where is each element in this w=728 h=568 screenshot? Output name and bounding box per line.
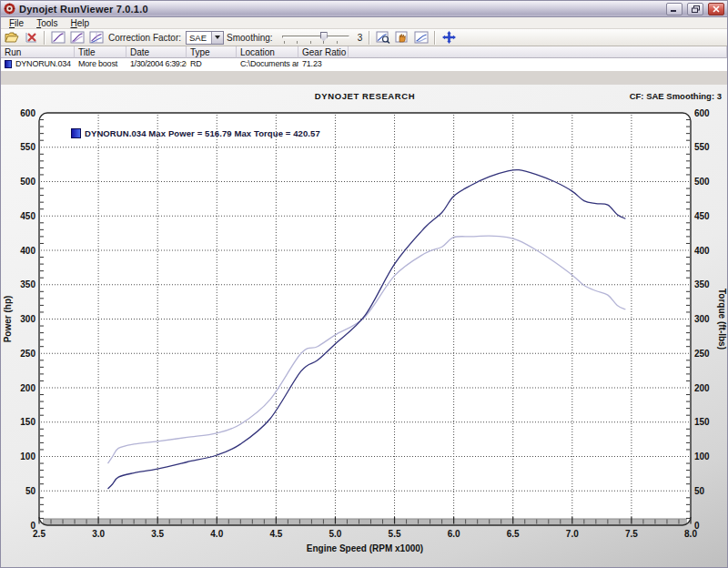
svg-text:150: 150 — [20, 417, 35, 427]
svg-text:8.0: 8.0 — [684, 529, 697, 539]
chart-legend: DYNORUN.034 Max Power = 516.79 Max Torqu… — [71, 128, 320, 138]
column-header-date[interactable]: Date — [126, 46, 187, 58]
move-graph-button[interactable] — [440, 30, 458, 46]
gear-ratio-cell: 71.23 — [298, 58, 349, 69]
delete-run-icon — [25, 31, 38, 44]
minimize-button[interactable] — [666, 3, 682, 15]
svg-text:600: 600 — [20, 108, 35, 118]
app-window: Dynojet RunViewer 7.0.1.0 File Tools Hel… — [0, 0, 728, 568]
toolbar-separator — [44, 31, 46, 45]
app-icon — [4, 3, 15, 15]
run-list: Run Title Date Type Location Gear Ratio … — [1, 46, 727, 71]
svg-text:250: 250 — [694, 349, 710, 359]
menu-help[interactable]: Help — [64, 18, 96, 28]
smoothing-label: Smoothing: — [225, 33, 277, 43]
svg-text:6.5: 6.5 — [507, 529, 520, 539]
title-bar: Dynojet RunViewer 7.0.1.0 — [1, 1, 727, 17]
open-run-button[interactable] — [3, 30, 21, 46]
restore-icon — [692, 5, 700, 13]
column-header-type[interactable]: Type — [187, 46, 237, 58]
spacer — [1, 71, 727, 85]
menu-file[interactable]: File — [3, 18, 30, 28]
svg-text:50: 50 — [694, 486, 705, 496]
svg-text:600: 600 — [694, 108, 710, 118]
location-cell: C:\Documents and — [237, 58, 298, 69]
graph-multi-icon — [89, 31, 104, 44]
svg-text:200: 200 — [694, 383, 710, 393]
column-header-run[interactable]: Run — [1, 46, 75, 58]
svg-text:300: 300 — [694, 314, 710, 324]
date-cell: 1/30/2004 6:39:26 P — [126, 58, 187, 69]
svg-text:Power (hp): Power (hp) — [3, 296, 13, 343]
correction-factor-select[interactable]: SAE — [186, 31, 224, 45]
close-button[interactable] — [708, 3, 724, 15]
svg-text:200: 200 — [20, 383, 35, 393]
svg-text:450: 450 — [20, 211, 35, 221]
column-header-location[interactable]: Location — [237, 46, 298, 58]
delete-run-button[interactable] — [22, 30, 40, 46]
run-list-header: Run Title Date Type Location Gear Ratio — [1, 46, 727, 58]
open-folder-icon — [5, 31, 19, 44]
column-header-gear-ratio[interactable]: Gear Ratio — [298, 46, 349, 58]
graph-single-icon — [51, 31, 66, 44]
run-color-swatch — [5, 60, 12, 68]
smoothing-value: 3 — [355, 33, 366, 43]
move-crosshair-icon — [442, 31, 456, 44]
pan-graph-button[interactable] — [393, 30, 411, 46]
svg-text:2.5: 2.5 — [33, 529, 46, 539]
correction-factor-label: Correction Factor: — [106, 33, 185, 43]
compare-graph-button[interactable] — [412, 30, 430, 46]
graph-overlay-icon — [70, 31, 85, 44]
legend-color-swatch — [71, 128, 81, 138]
pan-hand-icon — [395, 31, 410, 44]
svg-text:4.5: 4.5 — [269, 529, 282, 539]
restore-button[interactable] — [687, 3, 703, 15]
chevron-down-icon — [215, 36, 220, 39]
svg-text:550: 550 — [694, 142, 710, 152]
title-cell: More boost — [75, 58, 126, 69]
svg-text:250: 250 — [20, 349, 35, 359]
svg-text:350: 350 — [20, 279, 35, 289]
toolbar: Correction Factor: SAE Smoothing: 3 — [1, 29, 727, 46]
menu-bar: File Tools Help — [1, 17, 727, 29]
window-title: Dynojet RunViewer 7.0.1.0 — [19, 4, 662, 15]
chart-panel: DYNOJET RESEARCH CF: SAE Smoothing: 3 00… — [1, 85, 727, 567]
svg-text:7.5: 7.5 — [625, 529, 638, 539]
column-header-title[interactable]: Title — [75, 46, 126, 58]
zoom-graph-button[interactable] — [374, 30, 392, 46]
legend-text: DYNORUN.034 Max Power = 516.79 Max Torqu… — [85, 128, 320, 138]
svg-text:550: 550 — [20, 142, 35, 152]
svg-text:400: 400 — [20, 246, 35, 256]
combo-dropdown-button[interactable] — [211, 32, 223, 44]
svg-text:5.0: 5.0 — [329, 529, 342, 539]
svg-text:4.0: 4.0 — [210, 529, 223, 539]
correction-factor-value: SAE — [187, 33, 211, 43]
svg-text:50: 50 — [25, 486, 36, 496]
toolbar-separator — [434, 31, 436, 45]
svg-text:150: 150 — [694, 417, 710, 427]
smoothing-slider[interactable] — [280, 31, 351, 45]
run-name: DYNORUN.034 — [15, 59, 71, 68]
graph-single-button[interactable] — [49, 30, 67, 46]
column-header-blank — [349, 46, 727, 58]
svg-text:3.5: 3.5 — [151, 529, 164, 539]
menu-tools[interactable]: Tools — [30, 18, 64, 28]
toolbar-separator — [369, 31, 370, 45]
slider-ticks — [284, 41, 349, 44]
svg-text:Engine Speed (RPM x1000): Engine Speed (RPM x1000) — [307, 543, 423, 553]
svg-text:6.0: 6.0 — [448, 529, 460, 539]
close-icon — [713, 5, 720, 13]
svg-text:450: 450 — [694, 211, 710, 221]
svg-text:500: 500 — [694, 177, 710, 187]
svg-text:500: 500 — [20, 177, 35, 187]
run-row[interactable]: DYNORUN.034 More boost 1/30/2004 6:39:26… — [1, 58, 727, 69]
svg-text:5.5: 5.5 — [389, 529, 401, 539]
svg-text:3.0: 3.0 — [92, 529, 105, 539]
run-cell: DYNORUN.034 — [1, 58, 75, 69]
slider-groove[interactable] — [282, 36, 349, 38]
graph-multi-button[interactable] — [87, 30, 106, 46]
dyno-plot[interactable]: 0050501001001501502002002502503003003503… — [1, 85, 728, 568]
graph-overlay-button[interactable] — [68, 30, 86, 46]
svg-text:7.0: 7.0 — [566, 529, 579, 539]
type-cell: RD — [187, 58, 237, 69]
